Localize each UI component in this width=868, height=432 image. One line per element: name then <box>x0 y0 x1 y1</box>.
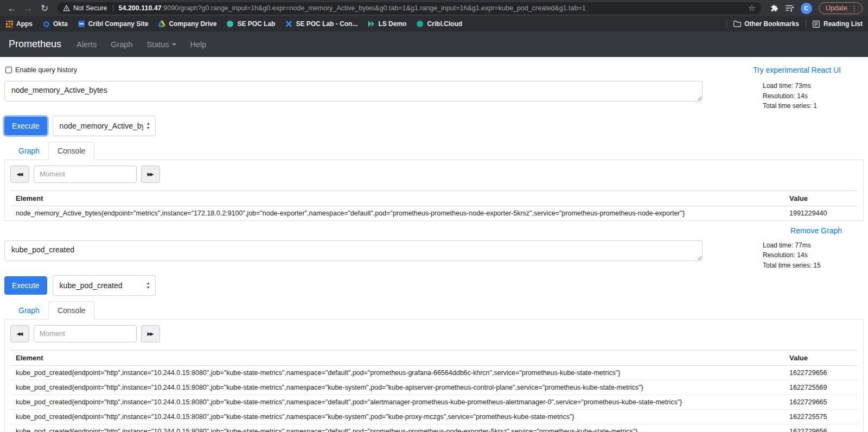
bookmark-cribl-cloud[interactable]: Cribl.Cloud <box>416 20 462 28</box>
update-button[interactable]: Update ⋮ <box>819 2 863 14</box>
bookmark-company-drive[interactable]: Company Drive <box>158 20 216 28</box>
query-history-checkbox[interactable] <box>5 67 12 73</box>
bookmark-se-poc-lab-con[interactable]: SE POC Lab - Con... <box>285 20 358 28</box>
nav-graph[interactable]: Graph <box>111 40 132 49</box>
metric-value-cell: 1991229440 <box>784 206 858 220</box>
react-ui-link[interactable]: Try experimental React UI <box>753 66 841 74</box>
back-icon[interactable]: ← <box>5 4 18 13</box>
not-secure-label: Not Secure <box>73 4 107 12</box>
element-column-header: Element <box>10 190 784 206</box>
main-content: Enable query history Try experimental Re… <box>0 57 868 432</box>
query-stats: Load time: 77ms Resolution: 14s Total ti… <box>763 240 844 271</box>
table-row: kube_pod_created{endpoint="http",instanc… <box>10 365 858 380</box>
value-column-header: Value <box>784 350 858 365</box>
bookmark-cribl-company-site[interactable]: Cribl Company Site <box>78 20 149 28</box>
fast-forward-icon: ▶▶ <box>148 171 153 177</box>
updown-arrows-icon: ▲▼ <box>146 281 150 289</box>
value-column-header: Value <box>784 190 858 206</box>
bookmarks-bar: Apps Okta Cribl Company Site Company Dri… <box>0 16 868 31</box>
resolution: Resolution: 14s <box>763 91 844 101</box>
query-history-label: Enable query history <box>15 66 77 74</box>
metric-select[interactable]: kube_pod_created ▲▼ <box>53 275 156 296</box>
tab-console[interactable]: Console <box>48 301 94 320</box>
update-label: Update <box>826 4 847 12</box>
caret-down-icon <box>172 43 176 46</box>
updown-arrows-icon: ▲▼ <box>146 122 150 130</box>
bookmark-se-poc-lab[interactable]: SE POC Lab <box>226 20 275 28</box>
moment-back-button[interactable]: ◀◀ <box>10 166 29 183</box>
table-row: kube_pod_created{endpoint="http",instanc… <box>10 424 858 432</box>
apps-grid-icon <box>5 20 13 28</box>
console-panel: ◀◀ ▶▶ Element Value node_memory_Active_b… <box>4 160 864 221</box>
prometheus-navbar: Prometheus Alerts Graph Status Help <box>0 31 868 57</box>
tab-graph[interactable]: Graph <box>10 302 48 319</box>
moment-input[interactable] <box>34 166 137 183</box>
moment-back-button[interactable]: ◀◀ <box>10 325 29 342</box>
nav-status-dropdown[interactable]: Status <box>146 40 176 49</box>
folder-icon <box>733 20 741 28</box>
metric-element-cell: kube_pod_created{endpoint="http",instanc… <box>10 395 784 409</box>
bookmark-star-icon[interactable]: ☆ <box>748 3 755 13</box>
url-host: 54.200.110.47 <box>119 4 162 12</box>
bookmark-okta[interactable]: Okta <box>42 20 68 28</box>
url-path: :9090/graph?g0.range_input=1h&g0.expr=no… <box>162 4 586 12</box>
table-row: node_memory_Active_bytes{endpoint="metri… <box>10 206 858 220</box>
query-expression-input[interactable]: kube_pod_created <box>4 240 703 261</box>
element-column-header: Element <box>10 350 784 365</box>
table-row: kube_pod_created{endpoint="http",instanc… <box>10 380 858 395</box>
remove-graph-link[interactable]: Remove Graph <box>790 226 842 235</box>
cribl-site-favicon <box>78 20 85 28</box>
extensions-icon[interactable] <box>770 4 778 12</box>
console-table: Element Value node_memory_Active_bytes{e… <box>10 190 858 220</box>
tab-graph[interactable]: Graph <box>10 142 48 160</box>
apps-label: Apps <box>16 20 33 28</box>
se-poc-lab-con-favicon <box>285 20 292 28</box>
query-stats: Load time: 73ms Resolution: 14s Total ti… <box>763 81 844 111</box>
nav-help[interactable]: Help <box>190 40 207 49</box>
cribl-cloud-favicon <box>416 20 424 28</box>
execute-button[interactable]: Execute <box>4 276 47 295</box>
forward-icon[interactable]: → <box>22 4 35 13</box>
url-bar[interactable]: Not Secure 54.200.110.47 :9090/graph?g0.… <box>58 2 761 14</box>
total-time-series: Total time series: 15 <box>763 261 844 271</box>
tab-console[interactable]: Console <box>48 142 94 160</box>
browser-toolbar: ← → ↻ Not Secure 54.200.110.47 :9090/gra… <box>0 0 868 16</box>
console-panel: ◀◀ ▶▶ Element Value kube_pod_created{end… <box>4 319 864 432</box>
media-controls-icon[interactable] <box>785 4 794 12</box>
apps-shortcut[interactable]: Apps <box>5 20 33 28</box>
reading-list-button[interactable]: Reading List <box>813 20 863 28</box>
metric-element-cell: node_memory_Active_bytes{endpoint="metri… <box>10 206 784 220</box>
execute-button[interactable]: Execute <box>4 117 47 135</box>
browser-menu-icon: ⋮ <box>851 4 858 12</box>
moment-input[interactable] <box>34 325 137 342</box>
table-row: kube_pod_created{endpoint="http",instanc… <box>10 409 858 424</box>
metric-element-cell: kube_pod_created{endpoint="http",instanc… <box>10 424 784 432</box>
bookmarks-divider <box>726 20 727 28</box>
metric-element-cell: kube_pod_created{endpoint="http",instanc… <box>10 365 784 380</box>
total-time-series: Total time series: 1 <box>763 101 844 111</box>
moment-forward-button[interactable]: ▶▶ <box>141 325 160 342</box>
other-bookmarks-button[interactable]: Other Bookmarks <box>733 20 799 28</box>
nav-alerts[interactable]: Alerts <box>76 40 97 49</box>
moment-forward-button[interactable]: ▶▶ <box>141 166 160 183</box>
not-secure-warning-icon <box>63 5 70 11</box>
rewind-icon: ◀◀ <box>17 171 22 177</box>
prometheus-brand[interactable]: Prometheus <box>9 39 61 50</box>
reading-list-icon <box>813 20 820 28</box>
query-expression-input[interactable]: node_memory_Active_bytes <box>4 81 703 101</box>
okta-favicon <box>42 20 50 28</box>
bookmark-ls-demo[interactable]: LS Demo <box>367 20 406 28</box>
load-time: Load time: 77ms <box>763 240 844 251</box>
metric-element-cell: kube_pod_created{endpoint="http",instanc… <box>10 409 784 424</box>
metric-value-cell: 1622729665 <box>784 395 858 409</box>
fast-forward-icon: ▶▶ <box>148 331 153 336</box>
drive-favicon <box>158 20 165 28</box>
profile-avatar[interactable]: C <box>801 3 812 14</box>
metric-value-cell: 1622729656 <box>784 365 858 380</box>
load-time: Load time: 73ms <box>763 81 844 91</box>
metric-select[interactable]: node_memory_Active_bytes ▲▼ <box>53 116 156 136</box>
omnibox-divider <box>113 5 113 12</box>
refresh-icon[interactable]: ↻ <box>38 4 51 13</box>
table-row: kube_pod_created{endpoint="http",instanc… <box>10 395 858 409</box>
metric-value-cell: 1622725569 <box>784 380 858 395</box>
